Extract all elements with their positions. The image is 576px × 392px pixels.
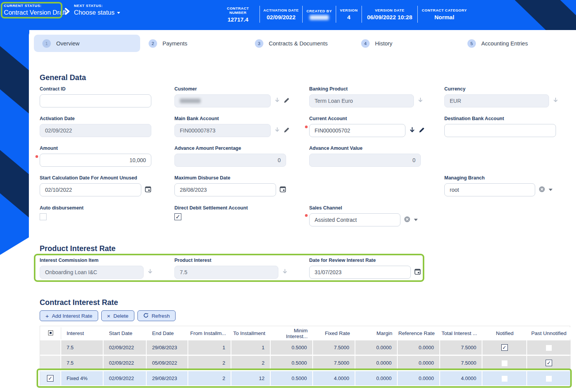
banking-product-input: Term Loan Euro	[309, 94, 414, 107]
lookup-arrow-icon[interactable]	[553, 97, 559, 105]
cell-total-interest: 4.0000	[440, 371, 482, 385]
notified-checkbox[interactable]	[502, 376, 507, 382]
lookup-arrow-icon[interactable]	[409, 127, 415, 135]
table-row[interactable]: 7.5 02/09/2022 29/08/2023 1 1 0.5000 7.5…	[40, 340, 571, 355]
amount-input[interactable]: 10,000	[40, 154, 151, 167]
row-select-checkbox[interactable]	[47, 375, 54, 382]
tab-payments[interactable]: 2 Payments	[140, 35, 246, 52]
tab-number-badge: 2	[149, 39, 157, 48]
table-row[interactable]: 7.5 02/09/2022 05/09/2022 2 2 0.5000 7.5…	[40, 356, 571, 370]
clear-icon[interactable]	[404, 216, 410, 224]
maximum-disburse-date-input[interactable]: 28/08/2023	[174, 183, 276, 196]
notified-checkbox[interactable]	[501, 344, 508, 351]
current-status-label: CURRENT STATUS:	[4, 3, 66, 8]
cell-from-installment: 2	[188, 356, 231, 370]
required-marker	[305, 126, 308, 128]
stat-version: VERSION 4	[336, 8, 362, 20]
field-maximum-disburse-date: Maximum Disburse Date 28/08/2023	[174, 175, 286, 196]
col-start-date: Start Date	[104, 327, 147, 339]
customer-input	[174, 94, 271, 107]
edit-pencil-icon[interactable]	[284, 127, 290, 134]
x-icon: ×	[107, 313, 111, 319]
select-all-checkbox[interactable]	[48, 330, 53, 335]
tab-overview[interactable]: 1 Overview	[34, 35, 140, 52]
past-unnotified-checkbox[interactable]	[546, 345, 552, 351]
caret-down-icon[interactable]	[414, 219, 418, 221]
cell-fixed-rate: 7.5000	[313, 356, 355, 370]
calendar-icon[interactable]	[145, 186, 151, 194]
notified-checkbox[interactable]	[502, 360, 507, 366]
tab-number-badge: 3	[255, 39, 263, 48]
calendar-icon[interactable]	[414, 268, 421, 276]
caret-down-icon[interactable]	[549, 189, 553, 191]
cell-reference-rate: 0.0000	[398, 356, 440, 370]
cell-end-date: 29/08/2023	[147, 340, 188, 355]
cell-past-unnotified	[527, 356, 571, 370]
field-banking-product: Banking Product Term Loan Euro	[309, 86, 424, 107]
lookup-arrow-icon[interactable]	[274, 127, 280, 134]
cell-interest: 7.5	[61, 356, 104, 370]
col-to-installment: To Installment	[231, 327, 271, 339]
choose-status-dropdown[interactable]: Choose status	[74, 9, 120, 16]
past-unnotified-checkbox[interactable]	[546, 376, 552, 382]
field-start-calculation-date: Start Calculation Date For Amount Unused…	[40, 175, 151, 196]
cell-notified	[482, 356, 527, 370]
required-marker	[305, 214, 308, 217]
product-interest-rate-title: Product Interest Rate	[40, 244, 116, 253]
date-for-review-input[interactable]: 31/07/2023	[309, 266, 411, 279]
edit-pencil-icon[interactable]	[284, 97, 290, 105]
cell-start-date: 02/09/2022	[104, 356, 147, 370]
general-data-title: General Data	[40, 73, 86, 82]
caret-down-icon	[117, 12, 120, 14]
field-advance-amount-value: Advance Amount Value 0	[309, 146, 421, 167]
cell-total-interest: 7.5000	[440, 340, 482, 355]
field-current-account: Current Account FIN000005702	[309, 116, 425, 137]
direct-debit-checkbox[interactable]	[174, 213, 181, 220]
current-account-input[interactable]: FIN000005702	[309, 124, 405, 137]
col-past-unnotified: Past Unnotified	[527, 327, 571, 339]
start-calculation-date-input[interactable]: 02/10/2022	[40, 183, 141, 196]
product-interest-input: 7.5	[174, 266, 278, 279]
decor-stripe	[0, 116, 29, 246]
calendar-icon[interactable]	[280, 186, 286, 194]
tab-contracts-documents[interactable]: 3 Contracts & Documents	[246, 35, 353, 52]
cell-minim-interest: 0.5000	[271, 371, 313, 385]
cell-to-installment: 12	[231, 371, 271, 385]
row-select-cell	[40, 340, 61, 355]
lookup-arrow-icon[interactable]	[274, 97, 280, 105]
cell-minim-interest: 0.5000	[271, 340, 313, 355]
sales-channel-input[interactable]: Assisted Contract	[309, 213, 400, 226]
cell-start-date: 02/09/2022	[104, 340, 147, 355]
field-interest-commission-item: Interest Commission Item Onboarding Loan…	[40, 258, 153, 279]
auto-disbursement-checkbox[interactable]	[40, 213, 47, 220]
status-header-bar: CURRENT STATUS: Contract Version Draft N…	[0, 0, 576, 30]
cell-reference-rate: 0.0000	[398, 371, 440, 385]
currency-input: EUR	[444, 94, 549, 107]
tab-history[interactable]: 4 History	[353, 35, 459, 52]
table-row-selected[interactable]: Fixed 4% 02/09/2022 29/08/2023 2 12 0.50…	[40, 371, 571, 385]
delete-button[interactable]: × Delete	[101, 310, 134, 321]
contract-id-input[interactable]	[40, 94, 151, 107]
contract-interest-rate-title: Contract Interest Rate	[40, 298, 118, 307]
clear-icon[interactable]	[539, 186, 545, 194]
lookup-arrow-icon[interactable]	[147, 268, 153, 276]
redacted-value	[310, 15, 329, 20]
lookup-arrow-icon[interactable]	[417, 97, 424, 105]
edit-pencil-icon[interactable]	[419, 127, 425, 134]
add-interest-rate-button[interactable]: + Add Interest Rate	[40, 310, 98, 321]
lookup-arrow-icon[interactable]	[282, 268, 288, 276]
tab-number-badge: 1	[42, 39, 51, 48]
past-unnotified-checkbox[interactable]	[546, 360, 552, 366]
col-interest: Interest	[61, 327, 104, 339]
left-decor-band	[0, 0, 29, 255]
contract-interest-rate-table: Interest Start Date End Date From Instal…	[40, 326, 570, 387]
tab-bar: 1 Overview 2 Payments 3 Contracts & Docu…	[34, 35, 565, 52]
destination-bank-account-input[interactable]	[444, 124, 556, 137]
cell-from-installment: 1	[188, 340, 231, 355]
main-bank-account-input: FIN000007873	[174, 124, 271, 137]
cell-from-installment: 2	[188, 371, 231, 385]
tab-number-badge: 4	[361, 39, 370, 48]
managing-branch-input[interactable]: root	[444, 183, 535, 196]
refresh-button[interactable]: Refresh	[137, 310, 176, 321]
tab-accounting-entries[interactable]: 5 Accounting Entries	[459, 35, 565, 52]
